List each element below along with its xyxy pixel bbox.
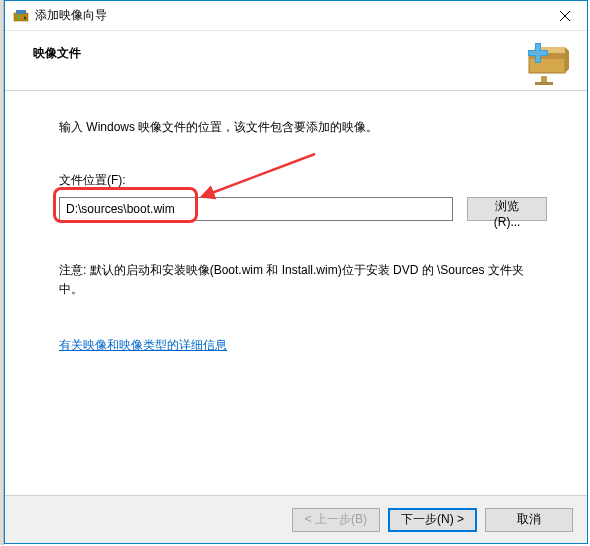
svg-rect-15 (535, 82, 553, 85)
window-title: 添加映像向导 (35, 7, 542, 24)
wizard-icon (521, 41, 569, 88)
file-location-label: 文件位置(F): (59, 172, 547, 189)
next-button[interactable]: 下一步(N) > (388, 508, 477, 532)
wizard-header: 映像文件 (5, 31, 587, 91)
wizard-content: 输入 Windows 映像文件的位置，该文件包含要添加的映像。 文件位置(F):… (5, 91, 587, 354)
instruction-text: 输入 Windows 映像文件的位置，该文件包含要添加的映像。 (59, 119, 547, 136)
back-button[interactable]: < 上一步(B) (292, 508, 380, 532)
svg-rect-13 (529, 51, 547, 55)
svg-rect-2 (18, 15, 20, 20)
more-info-link[interactable]: 有关映像和映像类型的详细信息 (59, 338, 227, 352)
file-input-row: 浏览(R)... (59, 197, 547, 221)
close-icon (560, 11, 570, 21)
svg-rect-1 (16, 10, 26, 14)
cancel-button[interactable]: 取消 (485, 508, 573, 532)
file-path-input[interactable] (59, 197, 453, 221)
svg-marker-9 (565, 47, 569, 73)
wizard-footer: < 上一步(B) 下一步(N) > 取消 (5, 495, 587, 543)
browse-button[interactable]: 浏览(R)... (467, 197, 547, 221)
svg-rect-0 (14, 13, 28, 21)
svg-point-3 (24, 16, 26, 18)
app-icon (13, 8, 29, 24)
note-text: 注意: 默认的启动和安装映像(Boot.wim 和 Install.wim)位于… (59, 261, 547, 299)
page-title: 映像文件 (33, 45, 567, 62)
close-button[interactable] (542, 1, 587, 30)
titlebar: 添加映像向导 (5, 1, 587, 31)
dialog-window: 添加映像向导 映像文件 输入 Windows (4, 0, 588, 544)
